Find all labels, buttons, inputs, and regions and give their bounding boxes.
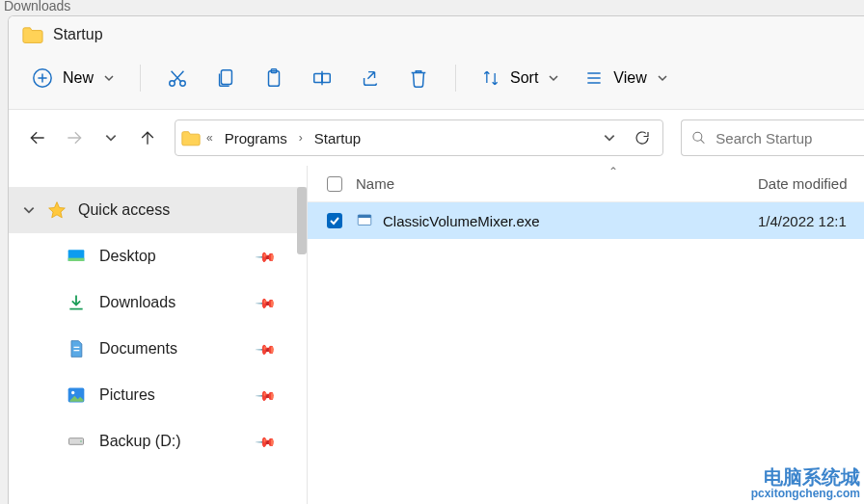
column-header-row: ⌃ Name Date modified (308, 166, 864, 202)
titlebar: Startup (9, 16, 864, 53)
chevron-down-icon (657, 72, 668, 84)
desktop-icon (67, 247, 86, 266)
paste-button[interactable] (253, 61, 295, 95)
navigation-row: « Programs › Startup (9, 110, 864, 166)
scissors-icon (167, 67, 188, 89)
sidebar-header-label: Quick access (78, 201, 170, 219)
sidebar-item-label: Backup (D:) (99, 433, 180, 450)
list-icon (584, 68, 604, 88)
downloads-icon (67, 293, 86, 312)
sidebar-item-downloads[interactable]: Downloads 📌 (9, 279, 307, 326)
content-area: Quick access Desktop 📌 Downloads 📌 (9, 166, 864, 504)
forward-button[interactable] (59, 122, 90, 153)
arrow-up-icon (138, 128, 157, 147)
pin-icon: 📌 (255, 430, 277, 452)
svg-rect-19 (68, 258, 85, 261)
sort-icon (481, 68, 500, 88)
sidebar-scrollbar[interactable] (297, 187, 307, 254)
check-icon (329, 215, 340, 226)
back-button[interactable] (22, 122, 53, 153)
folder-icon (181, 130, 201, 146)
breadcrumb-item[interactable]: Startup (309, 126, 366, 150)
refresh-icon (634, 129, 651, 146)
search-icon (691, 129, 706, 146)
chevron-right-icon[interactable]: › (297, 131, 305, 145)
sidebar-quick-access[interactable]: Quick access (9, 187, 307, 233)
file-name: ClassicVolumeMixer.exe (383, 213, 758, 229)
copy-button[interactable] (204, 61, 247, 95)
new-button[interactable]: New (22, 62, 124, 94)
sidebar-item-documents[interactable]: Documents 📌 (9, 326, 307, 372)
delete-button[interactable] (397, 61, 440, 95)
copy-icon (215, 67, 236, 89)
sidebar-item-pictures[interactable]: Pictures 📌 (9, 372, 307, 418)
new-button-label: New (63, 69, 94, 87)
svg-line-17 (701, 140, 705, 144)
sort-button[interactable]: Sort (472, 63, 569, 93)
svg-point-16 (693, 132, 702, 141)
pin-icon: 📌 (255, 337, 277, 359)
rename-button[interactable] (301, 61, 343, 95)
pin-icon: 📌 (255, 384, 277, 406)
column-header-date[interactable]: Date modified (758, 175, 864, 192)
address-history-button[interactable] (595, 123, 624, 152)
plus-circle-icon (32, 67, 53, 89)
svg-point-23 (71, 391, 74, 394)
sidebar-item-label: Downloads (99, 294, 176, 311)
svg-point-25 (80, 440, 82, 442)
svg-rect-11 (322, 73, 330, 82)
search-input[interactable] (716, 130, 854, 146)
svg-rect-7 (221, 70, 231, 85)
sidebar-item-label: Documents (99, 340, 177, 358)
chevron-down-icon (104, 131, 118, 145)
sort-button-label: Sort (510, 69, 538, 87)
sidebar-item-desktop[interactable]: Desktop 📌 (9, 233, 307, 279)
refresh-button[interactable] (628, 123, 657, 152)
file-checkbox[interactable] (327, 213, 342, 228)
breadcrumb-overflow[interactable]: « (204, 131, 215, 145)
documents-icon (67, 339, 86, 358)
arrow-right-icon (65, 128, 84, 147)
svg-rect-27 (358, 215, 371, 218)
window-title: Startup (53, 26, 103, 43)
toolbar-divider (140, 65, 141, 92)
pictures-icon (67, 385, 86, 405)
svg-rect-10 (314, 73, 322, 82)
arrow-left-icon (28, 128, 47, 147)
watermark: 电脑系统城 pcxitongcheng.com (751, 466, 860, 500)
exe-file-icon (356, 212, 373, 229)
file-pane: ⌃ Name Date modified ClassicVolumeMixer.… (308, 166, 864, 504)
file-row[interactable]: ClassicVolumeMixer.exe 1/4/2022 12:1 (308, 202, 864, 239)
sidebar: Quick access Desktop 📌 Downloads 📌 (9, 166, 308, 504)
select-all-checkbox[interactable] (327, 176, 342, 192)
parent-window-label: Downloads (4, 0, 70, 13)
up-button[interactable] (132, 122, 163, 153)
breadcrumb-item[interactable]: Programs (219, 126, 293, 150)
view-button-label: View (613, 69, 646, 87)
column-header-name[interactable]: Name (356, 175, 758, 192)
sidebar-item-label: Desktop (99, 248, 156, 265)
sidebar-item-backup[interactable]: Backup (D:) 📌 (9, 418, 307, 464)
sidebar-item-label: Pictures (99, 386, 155, 404)
folder-icon (22, 26, 43, 43)
recent-locations-button[interactable] (95, 122, 126, 153)
address-bar[interactable]: « Programs › Startup (175, 119, 663, 156)
rename-icon (311, 67, 333, 89)
sort-indicator-icon: ⌃ (608, 165, 618, 178)
clipboard-icon (263, 67, 284, 89)
pin-icon: 📌 (255, 245, 277, 267)
toolbar: New Sort View (9, 53, 864, 110)
toolbar-divider (455, 65, 456, 92)
search-box[interactable] (681, 119, 864, 156)
pin-icon: 📌 (255, 291, 277, 313)
cut-button[interactable] (156, 61, 199, 95)
star-icon (47, 200, 67, 220)
chevron-down-icon (22, 203, 36, 217)
share-button[interactable] (349, 61, 392, 95)
drive-icon (67, 432, 86, 451)
chevron-down-icon (548, 72, 559, 84)
file-date: 1/4/2022 12:1 (758, 213, 864, 229)
explorer-window: Startup New Sort (8, 15, 864, 504)
chevron-down-icon (103, 72, 115, 84)
view-button[interactable]: View (575, 63, 677, 93)
